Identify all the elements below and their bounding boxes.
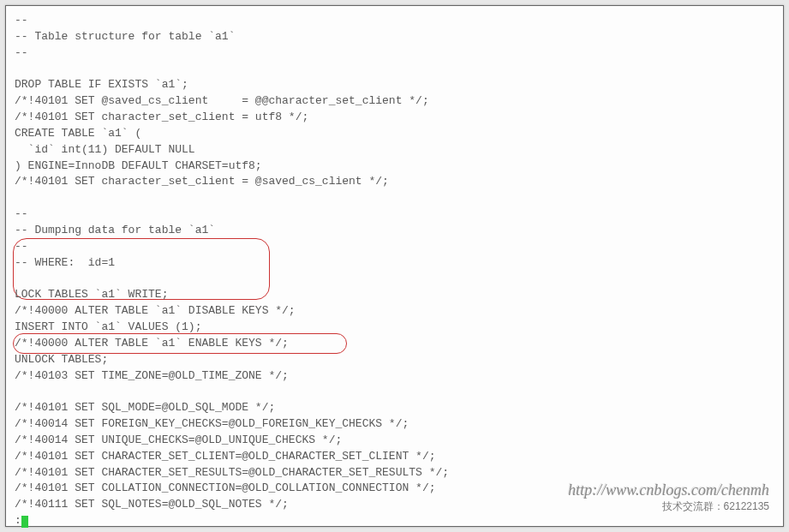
sql-output-line: /*!40101 SET CHARACTER_SET_RESULTS=@OLD_… — [15, 465, 774, 481]
sql-output-line: /*!40014 SET UNIQUE_CHECKS=@OLD_UNIQUE_C… — [15, 433, 774, 449]
sql-output-line: -- — [15, 45, 774, 62]
sql-output-line: /*!40101 SET COLLATION_CONNECTION=@OLD_C… — [15, 481, 774, 497]
sql-output-line: /*!40101 SET SQL_MODE=@OLD_SQL_MODE */; — [15, 400, 774, 416]
sql-output-line: -- — [15, 239, 774, 255]
sql-output-line: `id` int(11) DEFAULT NULL — [15, 142, 774, 158]
sql-output-line: LOCK TABLES `a1` WRITE; — [15, 287, 774, 303]
sql-output-line: /*!40111 SET SQL_NOTES=@OLD_SQL_NOTES */… — [15, 497, 774, 513]
sql-output-line: /*!40101 SET character_set_client = utf8… — [15, 110, 774, 126]
sql-output-line: -- WHERE: id=1 — [15, 255, 774, 272]
sql-output-line: INSERT INTO `a1` VALUES (1); — [15, 320, 774, 336]
sql-output-line — [15, 62, 774, 78]
sql-output-line: /*!40000 ALTER TABLE `a1` ENABLE KEYS */… — [15, 336, 774, 352]
sql-output-line — [15, 272, 774, 288]
sql-output-line: CREATE TABLE `a1` ( — [15, 126, 774, 142]
sql-output-line: -- — [15, 206, 774, 223]
sql-output-line: /*!40014 SET FOREIGN_KEY_CHECKS=@OLD_FOR… — [15, 416, 774, 433]
terminal-prompt-line[interactable]: : — [15, 513, 774, 529]
sql-output-line: /*!40103 SET TIME_ZONE=@OLD_TIME_ZONE */… — [15, 368, 774, 385]
sql-output-line: -- — [15, 13, 774, 29]
sql-output-line: DROP TABLE IF EXISTS `a1`; — [15, 77, 774, 93]
sql-output-line: -- Dumping data for table `a1` — [15, 223, 774, 239]
sql-output-line: /*!40101 SET @saved_cs_client = @@charac… — [15, 93, 774, 110]
sql-output-line: UNLOCK TABLES; — [15, 352, 774, 368]
sql-output-line: /*!40000 ALTER TABLE `a1` DISABLE KEYS *… — [15, 303, 774, 320]
terminal-window[interactable]: -- -- Table structure for table `a1` -- … — [5, 5, 784, 527]
sql-output-line: /*!40101 SET CHARACTER_SET_CLIENT=@OLD_C… — [15, 449, 774, 465]
sql-output-line: /*!40101 SET character_set_client = @sav… — [15, 174, 774, 190]
sql-output-line: ) ENGINE=InnoDB DEFAULT CHARSET=utf8; — [15, 158, 774, 175]
cursor-icon — [21, 516, 28, 528]
prompt-symbol: : — [15, 513, 21, 529]
sql-output-line: -- Table structure for table `a1` — [15, 29, 774, 45]
sql-output-line — [15, 384, 774, 400]
sql-output-line — [15, 190, 774, 206]
